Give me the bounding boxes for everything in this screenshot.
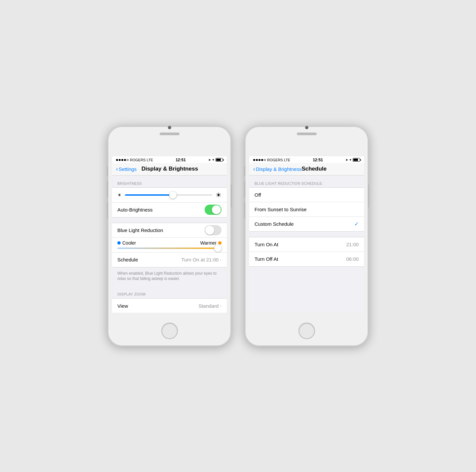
display-zoom-header: DISPLAY ZOOM: [112, 286, 227, 298]
speaker: [108, 133, 231, 135]
color-temp-track[interactable]: [117, 248, 221, 249]
option-custom-label: Custom Schedule: [255, 221, 354, 227]
dot2b: [256, 159, 258, 161]
nav-bar-left: ‹ Settings Display & Brightness: [112, 163, 227, 176]
camera2: [305, 126, 308, 129]
volume-down-button2: [244, 202, 245, 218]
schedule-row[interactable]: Schedule Turn On at 21:00 ›: [112, 253, 227, 267]
mute-button2: [244, 166, 245, 176]
schedule-option-sunset[interactable]: From Sunset to Sunrise: [249, 202, 364, 217]
page-title2: Schedule: [301, 166, 327, 172]
back-button2[interactable]: ‹ Display & Brightness: [253, 166, 301, 173]
bluetooth-icon2: ✦: [349, 158, 352, 162]
volume-down-button: [107, 202, 108, 218]
volume-up-button2: [244, 181, 245, 198]
blue-light-footer: When enabled, Blue Light Reduction allow…: [112, 267, 227, 287]
turn-off-row[interactable]: Turn Off At 06:00: [249, 252, 364, 266]
camera: [168, 126, 171, 129]
turn-off-value: 06:00: [346, 256, 359, 262]
back-arrow-icon2: ‹: [253, 166, 255, 173]
schedule-spacer: [249, 232, 364, 237]
bluetooth-icon: ✦: [212, 158, 215, 162]
dot3: [121, 159, 123, 161]
sleep-button2: [368, 184, 369, 208]
location-icon: ➤: [208, 158, 211, 162]
dot4: [124, 159, 126, 161]
view-row[interactable]: View Standard ›: [112, 298, 227, 312]
brightness-track[interactable]: [125, 194, 212, 196]
brightness-group: ☀ ☀ Auto-Brightness: [112, 187, 227, 217]
status-right: ➤ ✦: [208, 158, 223, 162]
color-temp-labels: Cooler Warmer: [117, 240, 221, 246]
schedule-label: Schedule: [117, 257, 181, 262]
turn-on-value: 21:00: [346, 242, 359, 247]
brightness-low-icon: ☀: [117, 192, 122, 198]
view-value-text: Standard: [198, 303, 218, 309]
status-left2: ROGERS LTE: [253, 158, 290, 162]
time-display2: 12:51: [313, 158, 323, 162]
battery-fill2: [353, 159, 358, 161]
back-label2[interactable]: Display & Brightness: [256, 166, 301, 172]
mute-button: [107, 166, 108, 176]
speaker2: [245, 133, 368, 135]
schedule-option-off[interactable]: Off: [249, 188, 364, 202]
cooler-label: Cooler: [117, 240, 136, 246]
signal-dots2: [253, 159, 266, 161]
signal-dots: [116, 159, 129, 161]
dot4b: [261, 159, 263, 161]
checkmark-icon: ✓: [354, 221, 359, 227]
dot5b: [264, 159, 266, 161]
page-title: Display & Brightness: [117, 166, 223, 172]
blue-light-group: Blue Light Reduction Cooler Warmer: [112, 223, 227, 267]
brightness-slider-row[interactable]: ☀ ☀: [112, 188, 227, 203]
location-icon2: ➤: [345, 158, 348, 162]
auto-brightness-toggle[interactable]: [205, 205, 221, 215]
blue-dot-icon: [117, 241, 121, 245]
battery-icon2: [353, 158, 360, 162]
turn-on-label: Turn On At: [255, 242, 346, 247]
volume-up-button: [107, 181, 108, 198]
chevron-icon: ›: [220, 257, 221, 262]
spacer1: [112, 217, 227, 223]
sleep-button: [231, 184, 232, 208]
brightness-section-header: BRIGHTNESS: [112, 176, 227, 187]
dot5: [127, 159, 129, 161]
content-right: BLUE LIGHT REDUCTION SCHEDULE: Off From …: [249, 176, 364, 313]
dot3b: [258, 159, 260, 161]
content-left: BRIGHTNESS ☀ ☀ Auto-Brightness: [112, 176, 227, 313]
status-bar2: ROGERS LTE 12:51 ➤ ✦: [249, 156, 364, 163]
brightness-thumb[interactable]: [169, 191, 177, 199]
display-zoom-group: View Standard ›: [112, 298, 227, 312]
turn-on-row[interactable]: Turn On At 21:00: [249, 237, 364, 252]
warmer-text: Warmer: [200, 240, 217, 246]
schedule-option-custom[interactable]: Custom Schedule ✓: [249, 217, 364, 231]
status-bar: ROGERS LTE 12:51 ➤ ✦: [112, 156, 227, 163]
color-temp-row: Cooler Warmer: [112, 238, 227, 253]
view-label: View: [117, 303, 198, 309]
option-sunset-label: From Sunset to Sunrise: [255, 207, 359, 212]
time-rows-group: Turn On At 21:00 Turn Off At 06:00: [249, 237, 364, 267]
status-left: ROGERS LTE: [116, 158, 153, 162]
blue-light-row[interactable]: Blue Light Reduction: [112, 223, 227, 238]
view-chevron-icon: ›: [220, 303, 221, 308]
brightness-fill: [125, 194, 173, 196]
auto-brightness-label: Auto-Brightness: [117, 207, 205, 213]
schedule-section-header: BLUE LIGHT REDUCTION SCHEDULE:: [249, 176, 364, 187]
color-temp-thumb[interactable]: [214, 245, 221, 252]
dot1: [116, 159, 118, 161]
turn-off-label: Turn Off At: [255, 256, 346, 262]
home-button2[interactable]: [298, 323, 315, 339]
dot2: [119, 159, 121, 161]
orange-dot-icon: [218, 241, 221, 245]
battery-icon: [216, 158, 223, 162]
auto-brightness-row[interactable]: Auto-Brightness: [112, 203, 227, 217]
screen-right: ROGERS LTE 12:51 ➤ ✦ ‹ Display & Brightn…: [249, 156, 364, 313]
cooler-text: Cooler: [122, 240, 136, 246]
screen-left: ROGERS LTE 12:51 ➤ ✦ ‹ Settings Display …: [112, 156, 227, 313]
toggle-knob2: [205, 226, 214, 235]
toggle-knob: [212, 205, 221, 214]
home-button[interactable]: [161, 323, 178, 339]
blue-light-toggle[interactable]: [205, 225, 221, 235]
carrier-label2: ROGERS LTE: [267, 158, 290, 162]
time-display: 12:51: [176, 158, 186, 162]
